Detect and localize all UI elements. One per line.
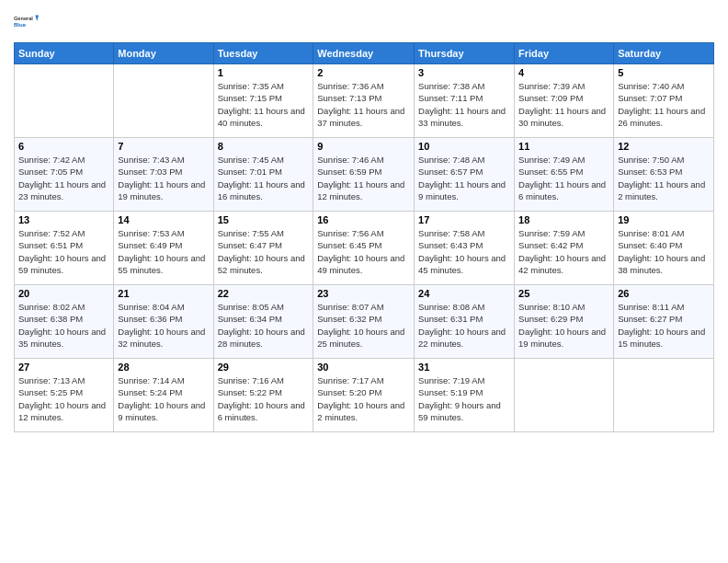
day-number: 14 <box>118 214 209 225</box>
day-cell: 17Sunrise: 7:58 AM Sunset: 6:43 PM Dayli… <box>415 212 515 285</box>
svg-text:General: General <box>14 16 33 21</box>
day-number: 9 <box>317 141 410 152</box>
day-cell: 10Sunrise: 7:48 AM Sunset: 6:57 PM Dayli… <box>415 138 515 212</box>
day-info: Sunrise: 7:38 AM Sunset: 7:11 PM Dayligh… <box>418 80 510 129</box>
day-of-week-sunday: Sunday <box>15 43 114 64</box>
day-info: Sunrise: 8:10 AM Sunset: 6:29 PM Dayligh… <box>518 301 609 350</box>
day-cell: 3Sunrise: 7:38 AM Sunset: 7:11 PM Daylig… <box>415 64 515 138</box>
day-cell: 19Sunrise: 8:01 AM Sunset: 6:40 PM Dayli… <box>614 212 714 285</box>
day-cell: 18Sunrise: 7:59 AM Sunset: 6:42 PM Dayli… <box>515 212 614 285</box>
day-info: Sunrise: 7:14 AM Sunset: 5:24 PM Dayligh… <box>118 374 209 423</box>
day-number: 17 <box>418 214 510 225</box>
day-cell <box>114 64 213 138</box>
day-info: Sunrise: 7:19 AM Sunset: 5:19 PM Dayligh… <box>418 374 510 423</box>
day-cell: 2Sunrise: 7:36 AM Sunset: 7:13 PM Daylig… <box>313 64 415 138</box>
day-number: 22 <box>218 288 310 299</box>
day-of-week-friday: Friday <box>515 43 614 64</box>
day-cell: 8Sunrise: 7:45 AM Sunset: 7:01 PM Daylig… <box>213 138 313 212</box>
day-info: Sunrise: 8:02 AM Sunset: 6:38 PM Dayligh… <box>18 301 109 350</box>
day-info: Sunrise: 7:48 AM Sunset: 6:57 PM Dayligh… <box>418 154 510 202</box>
day-cell: 14Sunrise: 7:53 AM Sunset: 6:49 PM Dayli… <box>114 212 213 285</box>
day-number: 15 <box>218 214 310 225</box>
day-info: Sunrise: 8:01 AM Sunset: 6:40 PM Dayligh… <box>618 227 710 276</box>
week-row-3: 13Sunrise: 7:52 AM Sunset: 6:51 PM Dayli… <box>15 212 714 285</box>
week-row-4: 20Sunrise: 8:02 AM Sunset: 6:38 PM Dayli… <box>15 285 714 359</box>
day-number: 30 <box>317 362 410 373</box>
day-cell: 15Sunrise: 7:55 AM Sunset: 6:47 PM Dayli… <box>213 212 313 285</box>
day-info: Sunrise: 7:53 AM Sunset: 6:49 PM Dayligh… <box>118 227 209 276</box>
day-info: Sunrise: 8:04 AM Sunset: 6:36 PM Dayligh… <box>118 301 209 350</box>
day-number: 18 <box>518 214 609 225</box>
day-number: 11 <box>518 141 609 152</box>
day-of-week-saturday: Saturday <box>614 43 714 64</box>
day-cell: 31Sunrise: 7:19 AM Sunset: 5:19 PM Dayli… <box>415 359 515 432</box>
day-cell <box>15 64 114 138</box>
day-number: 19 <box>618 214 710 225</box>
day-cell: 9Sunrise: 7:46 AM Sunset: 6:59 PM Daylig… <box>313 138 415 212</box>
day-number: 12 <box>618 141 710 152</box>
day-cell: 7Sunrise: 7:43 AM Sunset: 7:03 PM Daylig… <box>114 138 213 212</box>
svg-marker-2 <box>35 16 39 22</box>
week-row-1: 1Sunrise: 7:35 AM Sunset: 7:15 PM Daylig… <box>15 64 714 138</box>
calendar-body: 1Sunrise: 7:35 AM Sunset: 7:15 PM Daylig… <box>15 64 714 432</box>
day-info: Sunrise: 7:36 AM Sunset: 7:13 PM Dayligh… <box>317 80 410 129</box>
day-info: Sunrise: 7:40 AM Sunset: 7:07 PM Dayligh… <box>618 80 710 129</box>
day-cell: 4Sunrise: 7:39 AM Sunset: 7:09 PM Daylig… <box>515 64 614 138</box>
calendar-header: SundayMondayTuesdayWednesdayThursdayFrid… <box>15 43 714 64</box>
day-number: 27 <box>18 362 109 373</box>
day-of-week-wednesday: Wednesday <box>313 43 415 64</box>
logo-icon: General Blue <box>14 9 40 35</box>
day-of-week-monday: Monday <box>114 43 213 64</box>
day-number: 21 <box>118 288 209 299</box>
day-number: 10 <box>418 141 510 152</box>
day-number: 3 <box>418 67 510 78</box>
svg-text:Blue: Blue <box>14 22 27 28</box>
day-number: 2 <box>317 67 410 78</box>
day-info: Sunrise: 7:43 AM Sunset: 7:03 PM Dayligh… <box>118 154 209 202</box>
day-number: 20 <box>18 288 109 299</box>
day-info: Sunrise: 8:08 AM Sunset: 6:31 PM Dayligh… <box>418 301 510 350</box>
day-cell: 1Sunrise: 7:35 AM Sunset: 7:15 PM Daylig… <box>213 64 313 138</box>
day-number: 13 <box>18 214 109 225</box>
day-cell: 5Sunrise: 7:40 AM Sunset: 7:07 PM Daylig… <box>614 64 714 138</box>
day-number: 25 <box>518 288 609 299</box>
day-info: Sunrise: 7:55 AM Sunset: 6:47 PM Dayligh… <box>218 227 310 276</box>
day-number: 1 <box>218 67 310 78</box>
day-number: 26 <box>618 288 710 299</box>
day-cell: 23Sunrise: 8:07 AM Sunset: 6:32 PM Dayli… <box>313 285 415 359</box>
day-cell: 21Sunrise: 8:04 AM Sunset: 6:36 PM Dayli… <box>114 285 213 359</box>
day-info: Sunrise: 7:13 AM Sunset: 5:25 PM Dayligh… <box>18 374 109 423</box>
calendar: SundayMondayTuesdayWednesdayThursdayFrid… <box>14 42 714 432</box>
week-row-2: 6Sunrise: 7:42 AM Sunset: 7:05 PM Daylig… <box>15 138 714 212</box>
day-info: Sunrise: 8:05 AM Sunset: 6:34 PM Dayligh… <box>218 301 310 350</box>
day-info: Sunrise: 7:58 AM Sunset: 6:43 PM Dayligh… <box>418 227 510 276</box>
day-cell: 6Sunrise: 7:42 AM Sunset: 7:05 PM Daylig… <box>15 138 114 212</box>
day-number: 29 <box>218 362 310 373</box>
logo: General Blue <box>14 9 40 35</box>
day-number: 23 <box>317 288 410 299</box>
day-cell: 28Sunrise: 7:14 AM Sunset: 5:24 PM Dayli… <box>114 359 213 432</box>
day-number: 4 <box>518 67 609 78</box>
day-cell: 11Sunrise: 7:49 AM Sunset: 6:55 PM Dayli… <box>515 138 614 212</box>
day-info: Sunrise: 7:35 AM Sunset: 7:15 PM Dayligh… <box>218 80 310 129</box>
day-info: Sunrise: 7:49 AM Sunset: 6:55 PM Dayligh… <box>518 154 609 202</box>
day-info: Sunrise: 7:39 AM Sunset: 7:09 PM Dayligh… <box>518 80 609 129</box>
week-row-5: 27Sunrise: 7:13 AM Sunset: 5:25 PM Dayli… <box>15 359 714 432</box>
day-header-row: SundayMondayTuesdayWednesdayThursdayFrid… <box>15 43 714 64</box>
day-cell <box>515 359 614 432</box>
day-cell: 22Sunrise: 8:05 AM Sunset: 6:34 PM Dayli… <box>213 285 313 359</box>
day-info: Sunrise: 7:17 AM Sunset: 5:20 PM Dayligh… <box>317 374 410 423</box>
day-info: Sunrise: 7:46 AM Sunset: 6:59 PM Dayligh… <box>317 154 410 202</box>
day-cell: 12Sunrise: 7:50 AM Sunset: 6:53 PM Dayli… <box>614 138 714 212</box>
day-info: Sunrise: 7:59 AM Sunset: 6:42 PM Dayligh… <box>518 227 609 276</box>
day-number: 31 <box>418 362 510 373</box>
day-cell: 24Sunrise: 8:08 AM Sunset: 6:31 PM Dayli… <box>415 285 515 359</box>
day-info: Sunrise: 8:07 AM Sunset: 6:32 PM Dayligh… <box>317 301 410 350</box>
day-number: 24 <box>418 288 510 299</box>
day-cell: 13Sunrise: 7:52 AM Sunset: 6:51 PM Dayli… <box>15 212 114 285</box>
day-cell: 27Sunrise: 7:13 AM Sunset: 5:25 PM Dayli… <box>15 359 114 432</box>
day-number: 8 <box>218 141 310 152</box>
day-of-week-tuesday: Tuesday <box>213 43 313 64</box>
day-info: Sunrise: 7:52 AM Sunset: 6:51 PM Dayligh… <box>18 227 109 276</box>
day-of-week-thursday: Thursday <box>415 43 515 64</box>
